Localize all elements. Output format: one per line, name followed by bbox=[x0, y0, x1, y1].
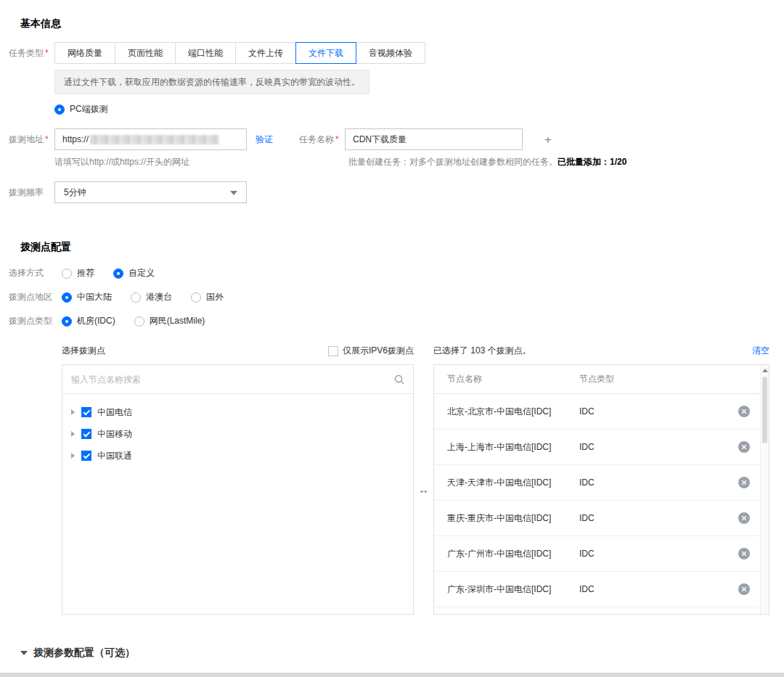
remove-node-button[interactable] bbox=[738, 548, 750, 559]
ipv6-filter-checkbox[interactable]: 仅展示IPV6拨测点 bbox=[328, 345, 414, 357]
tree-item-label: 中国联通 bbox=[97, 450, 132, 462]
node-search-row bbox=[62, 365, 413, 394]
transfer-widget: 中国电信 中国移动 中国联通 ↔ 节点名称 节点类型 bbox=[62, 364, 769, 615]
tab-audio-video[interactable]: 音视频体验 bbox=[356, 42, 425, 64]
carrier-tree: 中国电信 中国移动 中国联通 bbox=[62, 394, 413, 467]
radio-idc[interactable]: 机房(IDC) bbox=[62, 315, 115, 327]
selected-node-row: 北京-北京市-中国电信[IDC] IDC bbox=[434, 394, 769, 430]
selected-node-row: 天津-天津市-中国电信[IDC] IDC bbox=[434, 465, 769, 501]
task-name-input[interactable] bbox=[345, 128, 523, 150]
scrollbar[interactable] bbox=[760, 365, 769, 614]
required-mark: * bbox=[45, 134, 49, 144]
swap-icon: ↔ bbox=[418, 483, 429, 496]
verify-link[interactable]: 验证 bbox=[256, 134, 273, 146]
radio-lastmile[interactable]: 网民(LastMile) bbox=[134, 315, 205, 327]
radio-overseas[interactable]: 国外 bbox=[191, 291, 224, 303]
frequency-select[interactable]: 5分钟 bbox=[54, 181, 247, 203]
client-type-row: PC端拨测 bbox=[9, 103, 784, 115]
expand-caret-icon[interactable] bbox=[71, 409, 75, 415]
clear-all-link[interactable]: 清空 bbox=[752, 345, 769, 357]
ipv6-filter-label: 仅展示IPV6拨测点 bbox=[343, 345, 414, 357]
batch-hint: 批量创建任务：对多个拨测地址创建参数相同的任务。已批量添加：1/20 bbox=[348, 156, 626, 168]
select-mode-row: 选择方式 推荐 自定义 bbox=[9, 267, 784, 279]
masked-address-blur bbox=[90, 135, 219, 144]
point-type-label: 拨测点类型 bbox=[9, 315, 62, 327]
tab-port-performance[interactable]: 端口性能 bbox=[175, 42, 236, 64]
task-type-label: 任务类型* bbox=[9, 47, 54, 60]
radio-hk-mo-tw[interactable]: 港澳台 bbox=[131, 291, 172, 303]
radio-pc-dial[interactable]: PC端拨测 bbox=[54, 103, 108, 115]
remove-icon bbox=[738, 406, 750, 417]
tree-item-china-mobile[interactable]: 中国移动 bbox=[62, 423, 413, 445]
remove-icon bbox=[738, 477, 750, 488]
radio-recommended[interactable]: 推荐 bbox=[62, 267, 94, 279]
batch-count: 已批量添加：1/20 bbox=[558, 157, 626, 167]
radio-china-mainland[interactable]: 中国大陆 bbox=[62, 291, 112, 303]
tab-file-upload[interactable]: 文件上传 bbox=[235, 42, 296, 64]
selected-node-row: 上海-上海市-中国电信[IDC] IDC bbox=[434, 430, 769, 465]
tree-item-china-telecom[interactable]: 中国电信 bbox=[62, 401, 413, 423]
tree-item-label: 中国电信 bbox=[97, 406, 132, 419]
task-name-label: 任务名称* bbox=[299, 134, 345, 146]
batch-hint-text: 批量创建任务：对多个拨测地址创建参数相同的任务。 bbox=[348, 157, 558, 167]
collapse-caret-icon bbox=[20, 651, 28, 655]
checkbox-checked-icon[interactable] bbox=[81, 407, 91, 417]
checkbox-checked-icon[interactable] bbox=[81, 429, 91, 439]
tab-page-performance[interactable]: 页面性能 bbox=[115, 42, 176, 64]
remove-node-button[interactable] bbox=[738, 477, 750, 488]
select-mode-label: 选择方式 bbox=[9, 267, 62, 279]
tree-item-label: 中国移动 bbox=[97, 428, 132, 440]
radio-pc-dial-label: PC端拨测 bbox=[70, 103, 108, 115]
dial-address-input[interactable]: https:// bbox=[54, 128, 247, 150]
section-title-basic-info: 基本信息 bbox=[0, 0, 784, 30]
radio-selected-icon bbox=[62, 316, 72, 327]
selected-count-text: 已选择了 103 个拨测点。 bbox=[433, 345, 531, 357]
radio-unselected-icon bbox=[191, 292, 201, 303]
checkbox-checked-icon[interactable] bbox=[81, 451, 91, 461]
remove-icon bbox=[738, 548, 750, 559]
source-panel: 中国电信 中国移动 中国联通 bbox=[62, 364, 414, 615]
remove-node-button[interactable] bbox=[738, 583, 750, 595]
selected-node-row: 重庆-重庆市-中国电信[IDC] IDC bbox=[434, 501, 769, 536]
tab-network-quality[interactable]: 网络质量 bbox=[54, 42, 115, 64]
transfer-arrow-cell: ↔ bbox=[414, 364, 433, 615]
selected-panel: 节点名称 节点类型 北京-北京市-中国电信[IDC] IDC 上海-上海市-中国… bbox=[433, 364, 769, 615]
remove-node-button[interactable] bbox=[738, 512, 750, 524]
hint-row: 请填写以http://或https://开头的网址 批量创建任务：对多个拨测地址… bbox=[54, 156, 784, 168]
advanced-section-toggle[interactable]: 拨测参数配置（可选） bbox=[20, 647, 784, 660]
create-dial-task-page: 基本信息 任务类型* 网络质量 页面性能 端口性能 文件上传 文件下载 音视频体… bbox=[0, 0, 784, 673]
required-mark: * bbox=[45, 48, 49, 58]
radio-selected-icon bbox=[113, 268, 123, 279]
column-node-name: 节点名称 bbox=[434, 373, 579, 385]
radio-custom[interactable]: 自定义 bbox=[113, 267, 155, 279]
selected-table-header: 节点名称 节点类型 bbox=[434, 365, 769, 394]
remove-icon bbox=[738, 583, 750, 595]
remove-node-button[interactable] bbox=[738, 406, 750, 417]
section-title-dial-points: 拨测点配置 bbox=[0, 223, 784, 254]
remove-icon bbox=[738, 441, 750, 453]
radio-unselected-icon bbox=[62, 268, 72, 279]
remove-node-button[interactable] bbox=[738, 441, 750, 453]
scrollbar-thumb[interactable] bbox=[762, 377, 767, 443]
radio-unselected-icon bbox=[131, 292, 141, 303]
expand-caret-icon[interactable] bbox=[71, 453, 75, 459]
source-panel-title: 选择拨测点 bbox=[62, 345, 105, 357]
frequency-value: 5分钟 bbox=[64, 186, 86, 199]
add-task-button[interactable]: + bbox=[544, 134, 552, 146]
scroll-up-icon[interactable] bbox=[762, 369, 768, 372]
node-search-input[interactable] bbox=[71, 374, 394, 385]
address-value: https:// bbox=[62, 134, 89, 144]
column-node-type: 节点类型 bbox=[579, 373, 688, 385]
radio-unselected-icon bbox=[134, 316, 144, 327]
task-type-description: 通过文件下载，获取应用的数据资源的传输速率，反映真实的带宽的波动性。 bbox=[54, 70, 369, 94]
advanced-section-title: 拨测参数配置（可选） bbox=[33, 647, 135, 660]
region-label: 拨测点地区 bbox=[9, 291, 62, 303]
tree-item-china-unicom[interactable]: 中国联通 bbox=[62, 445, 413, 467]
expand-caret-icon[interactable] bbox=[71, 431, 75, 437]
required-mark: * bbox=[335, 134, 339, 144]
radio-selected-icon bbox=[54, 104, 65, 115]
checkbox-unchecked-icon bbox=[328, 346, 338, 356]
task-type-label-text: 任务类型 bbox=[9, 48, 44, 58]
tab-file-download[interactable]: 文件下载 bbox=[295, 42, 356, 64]
remove-icon bbox=[738, 512, 750, 524]
